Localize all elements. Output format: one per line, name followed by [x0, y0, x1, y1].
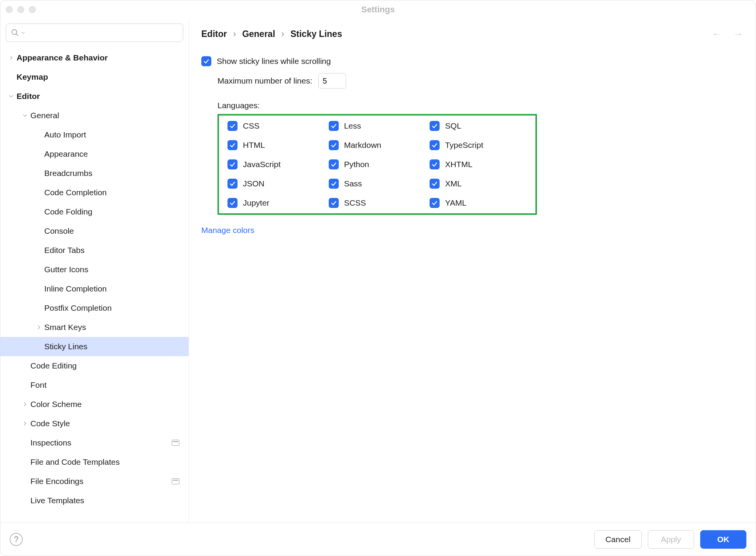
- chevron-right-icon: [20, 421, 30, 426]
- language-checkbox-html[interactable]: HTML: [227, 140, 325, 150]
- sidebar-item-console[interactable]: Console: [0, 221, 189, 241]
- cancel-button[interactable]: Cancel: [594, 530, 642, 549]
- sidebar: Appearance & BehaviorKeymapEditorGeneral…: [0, 19, 189, 523]
- language-checkbox-jupyter[interactable]: Jupyter: [227, 198, 325, 208]
- language-checkbox-python[interactable]: Python: [329, 159, 426, 169]
- language-checkbox-yaml[interactable]: YAML: [430, 198, 527, 208]
- sidebar-item-appearance[interactable]: Appearance: [0, 144, 189, 164]
- search-icon: [11, 28, 19, 37]
- sidebar-item-label: Editor: [17, 92, 179, 101]
- sidebar-item-inspections[interactable]: Inspections: [0, 433, 189, 452]
- sidebar-item-appearance-behavior[interactable]: Appearance & Behavior: [0, 48, 189, 67]
- zoom-window-icon[interactable]: [29, 6, 36, 13]
- language-checkbox-xhtml[interactable]: XHTML: [430, 159, 527, 169]
- language-checkbox-sql[interactable]: SQL: [430, 121, 527, 131]
- nav-back-button[interactable]: ←: [712, 28, 722, 40]
- language-label: TypeScript: [445, 141, 483, 150]
- language-checkbox-sass[interactable]: Sass: [329, 179, 426, 189]
- close-window-icon[interactable]: [6, 6, 13, 13]
- sidebar-item-code-editing[interactable]: Code Editing: [0, 356, 189, 375]
- breadcrumb-separator: ›: [231, 29, 238, 39]
- breadcrumb: Editor › General › Sticky Lines ← →: [201, 28, 743, 40]
- chevron-right-icon: [33, 325, 44, 330]
- project-scope-icon: [172, 440, 179, 446]
- sidebar-item-inline-completion[interactable]: Inline Completion: [0, 279, 189, 298]
- breadcrumb-item-current: Sticky Lines: [290, 29, 342, 39]
- breadcrumb-item-editor[interactable]: Editor: [201, 29, 227, 39]
- language-label: XHTML: [445, 160, 472, 169]
- language-label: SCSS: [344, 198, 366, 208]
- sidebar-item-label: Postfix Completion: [44, 303, 179, 313]
- sidebar-item-general[interactable]: General: [0, 106, 189, 125]
- language-label: SQL: [445, 121, 461, 131]
- checkbox-icon: [329, 179, 339, 189]
- sidebar-item-smart-keys[interactable]: Smart Keys: [0, 318, 189, 337]
- language-label: Jupyter: [243, 198, 269, 208]
- languages-grid: CSSLessSQLHTMLMarkdownTypeScriptJavaScri…: [217, 114, 537, 215]
- language-checkbox-javascript[interactable]: JavaScript: [227, 159, 325, 169]
- apply-button[interactable]: Apply: [648, 530, 694, 549]
- language-checkbox-typescript[interactable]: TypeScript: [430, 140, 527, 150]
- sidebar-item-code-folding[interactable]: Code Folding: [0, 202, 189, 221]
- show-sticky-lines-checkbox[interactable]: Show sticky lines while scrolling: [201, 56, 743, 66]
- max-lines-input[interactable]: [318, 73, 346, 89]
- help-button[interactable]: ?: [10, 533, 23, 546]
- sidebar-item-live-templates[interactable]: Live Templates: [0, 491, 189, 510]
- dialog-footer: ? Cancel Apply OK: [0, 523, 756, 556]
- breadcrumb-item-general[interactable]: General: [242, 29, 275, 39]
- search-input[interactable]: [27, 28, 178, 37]
- sidebar-item-editor[interactable]: Editor: [0, 87, 189, 106]
- language-label: YAML: [445, 198, 467, 208]
- sidebar-item-file-encodings[interactable]: File Encodings: [0, 472, 189, 491]
- sidebar-item-label: Gutter Icons: [44, 265, 179, 274]
- language-checkbox-json[interactable]: JSON: [227, 179, 325, 189]
- minimize-window-icon[interactable]: [17, 6, 24, 13]
- language-label: HTML: [243, 141, 265, 150]
- show-sticky-lines-label: Show sticky lines while scrolling: [217, 57, 331, 66]
- sidebar-item-label: Code Style: [30, 419, 179, 428]
- sidebar-item-auto-import[interactable]: Auto Import: [0, 125, 189, 144]
- search-input-container[interactable]: [6, 23, 183, 42]
- chevron-right-icon: [20, 402, 30, 407]
- sidebar-item-breadcrumbs[interactable]: Breadcrumbs: [0, 164, 189, 183]
- sidebar-item-label: Smart Keys: [44, 323, 179, 332]
- chevron-right-icon: [6, 55, 17, 60]
- language-checkbox-less[interactable]: Less: [329, 121, 426, 131]
- checkbox-icon: [430, 198, 440, 208]
- language-label: Python: [344, 160, 369, 169]
- manage-colors-link[interactable]: Manage colors: [201, 226, 254, 235]
- checkbox-icon: [430, 179, 440, 189]
- sidebar-item-sticky-lines[interactable]: Sticky Lines: [0, 337, 189, 356]
- sidebar-item-file-templates[interactable]: File and Code Templates: [0, 452, 189, 472]
- sidebar-item-postfix-completion[interactable]: Postfix Completion: [0, 298, 189, 318]
- sidebar-item-label: Auto Import: [44, 130, 179, 139]
- nav-forward-button[interactable]: →: [733, 28, 743, 40]
- sidebar-item-keymap[interactable]: Keymap: [0, 67, 189, 87]
- sidebar-item-label: Color Scheme: [30, 400, 179, 409]
- checkbox-icon: [430, 159, 440, 169]
- ok-button[interactable]: OK: [700, 530, 746, 549]
- sidebar-item-code-style[interactable]: Code Style: [0, 414, 189, 433]
- chevron-down-icon: [20, 113, 30, 118]
- sidebar-item-label: Sticky Lines: [44, 342, 179, 351]
- sidebar-item-label: Breadcrumbs: [44, 169, 179, 178]
- sidebar-item-label: Editor Tabs: [44, 246, 179, 255]
- checkbox-icon: [227, 140, 238, 150]
- checkbox-icon: [227, 179, 238, 189]
- language-label: JSON: [243, 179, 264, 188]
- checkbox-icon: [329, 121, 339, 131]
- language-checkbox-css[interactable]: CSS: [227, 121, 325, 131]
- language-checkbox-markdown[interactable]: Markdown: [329, 140, 426, 150]
- sidebar-item-font[interactable]: Font: [0, 375, 189, 395]
- sidebar-item-gutter-icons[interactable]: Gutter Icons: [0, 260, 189, 279]
- language-checkbox-scss[interactable]: SCSS: [329, 198, 426, 208]
- sidebar-item-editor-tabs[interactable]: Editor Tabs: [0, 241, 189, 260]
- sidebar-item-label: Appearance & Behavior: [17, 53, 179, 62]
- language-checkbox-xml[interactable]: XML: [430, 179, 527, 189]
- sidebar-item-code-completion[interactable]: Code Completion: [0, 183, 189, 202]
- checkbox-icon: [430, 140, 440, 150]
- sidebar-item-color-scheme[interactable]: Color Scheme: [0, 395, 189, 414]
- language-label: Less: [344, 121, 361, 131]
- sidebar-item-label: Keymap: [17, 72, 179, 82]
- checkbox-icon: [227, 121, 238, 131]
